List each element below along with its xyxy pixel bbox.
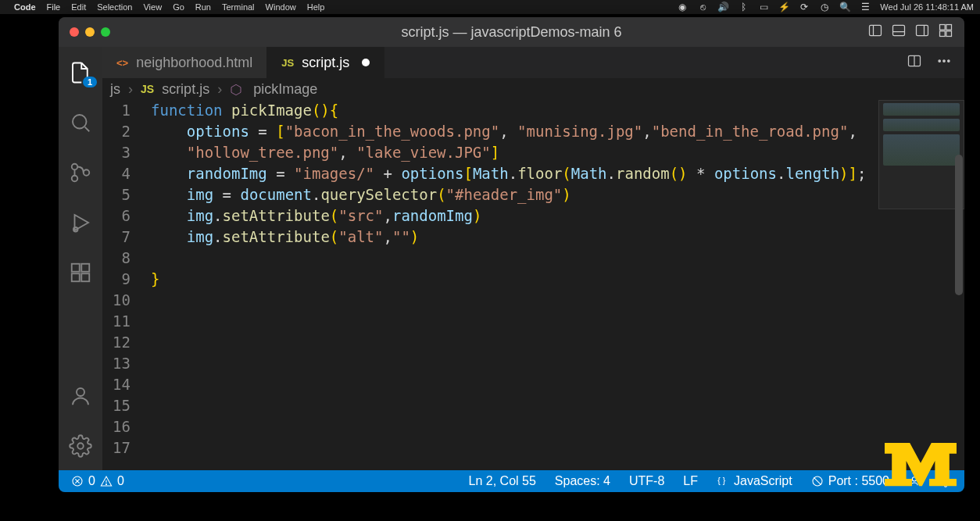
accounts-icon[interactable]	[69, 384, 92, 408]
html-lang-icon: <>	[116, 57, 128, 69]
menu-help[interactable]: Help	[307, 2, 325, 12]
unsaved-indicator-icon	[362, 59, 370, 66]
tab-bar: <> neighborhood.html JS script.js	[102, 47, 964, 78]
wifi-icon[interactable]: ⚡	[778, 2, 789, 12]
status-indentation[interactable]: Spaces: 4	[545, 474, 620, 488]
svg-point-22	[77, 443, 84, 449]
window-title: script.js — javascriptDemos-main 6	[59, 24, 964, 41]
menu-selection[interactable]: Selection	[97, 2, 132, 12]
breadcrumb[interactable]: js › JS script.js › pickImage	[102, 78, 964, 100]
symbol-method-icon	[230, 81, 245, 98]
svg-point-14	[84, 170, 90, 176]
js-lang-icon: JS	[281, 57, 294, 69]
menu-app[interactable]: Code	[14, 2, 36, 12]
status-errors[interactable]: 0 0	[62, 474, 134, 488]
sync-icon[interactable]: ⟳	[799, 2, 810, 12]
status-bar: 0 0 Ln 2, Col 55 Spaces: 4 UTF-8 LF { } …	[59, 470, 964, 492]
svg-rect-0	[870, 25, 882, 35]
tab-script-js[interactable]: JS script.js	[267, 47, 384, 78]
svg-point-13	[72, 176, 78, 182]
status-cursor-position[interactable]: Ln 2, Col 55	[460, 474, 545, 488]
status-icon[interactable]: ⎋	[697, 2, 708, 12]
control-center-icon[interactable]: ☰	[860, 2, 871, 12]
svg-rect-20	[81, 264, 89, 272]
explorer-icon[interactable]: 1	[69, 61, 92, 84]
tab-label: script.js	[302, 55, 349, 71]
breadcrumb-file[interactable]: script.js	[162, 81, 209, 98]
svg-rect-2	[893, 25, 905, 35]
split-editor-icon[interactable]	[907, 53, 922, 72]
svg-rect-17	[72, 264, 80, 272]
breadcrumb-folder[interactable]: js	[110, 81, 120, 98]
tab-neighborhood-html[interactable]: <> neighborhood.html	[102, 47, 267, 78]
svg-point-10	[73, 115, 87, 129]
svg-point-25	[939, 60, 941, 62]
layout-sidebar-left-icon[interactable]	[867, 23, 883, 41]
status-icon[interactable]: ◉	[677, 2, 688, 12]
status-encoding[interactable]: UTF-8	[620, 474, 674, 488]
layout-panel-icon[interactable]	[891, 23, 907, 41]
macos-menubar: Code File Edit Selection View Go Run Ter…	[0, 0, 980, 14]
clock-icon[interactable]: ◷	[819, 2, 830, 12]
menu-file[interactable]: File	[47, 2, 61, 12]
svg-text:{ }: { }	[717, 476, 726, 485]
bluetooth-icon[interactable]: ᛒ	[738, 2, 749, 12]
more-actions-icon[interactable]	[936, 53, 952, 72]
menu-view[interactable]: View	[143, 2, 162, 12]
menu-run[interactable]: Run	[195, 2, 211, 12]
scrollbar-thumb[interactable]	[955, 155, 963, 295]
search-icon[interactable]	[69, 111, 92, 134]
minimap[interactable]	[878, 100, 964, 470]
svg-rect-9	[946, 31, 952, 37]
svg-point-32	[106, 484, 106, 484]
svg-marker-37	[885, 443, 957, 486]
menu-terminal[interactable]: Terminal	[222, 2, 255, 12]
status-language[interactable]: { } JavaScript	[707, 474, 802, 488]
line-gutter: 1 2 3 4 5 6 7 8 9 10 11 12 13 14 15 16 1…	[102, 100, 145, 470]
svg-rect-6	[940, 25, 946, 30]
battery-icon[interactable]: ▭	[758, 2, 769, 12]
tab-label: neighborhood.html	[136, 55, 252, 71]
menu-window[interactable]: Window	[266, 2, 296, 12]
svg-line-35	[814, 477, 821, 484]
svg-point-12	[72, 164, 78, 170]
source-control-icon[interactable]	[69, 161, 92, 184]
svg-rect-4	[917, 25, 928, 35]
svg-point-27	[948, 60, 950, 62]
search-icon[interactable]: 🔍	[839, 2, 850, 12]
activity-bar: 1	[59, 47, 102, 470]
svg-rect-8	[940, 31, 946, 37]
svg-point-21	[77, 388, 84, 396]
extensions-icon[interactable]	[69, 261, 92, 284]
breadcrumb-symbol[interactable]: pickImage	[253, 81, 317, 98]
vscode-window: script.js — javascriptDemos-main 6 1	[59, 17, 964, 492]
status-eol[interactable]: LF	[674, 474, 707, 488]
settings-gear-icon[interactable]	[69, 434, 92, 458]
michigan-logo-icon	[885, 443, 957, 491]
run-debug-icon[interactable]	[69, 211, 92, 234]
code-editor[interactable]: 1 2 3 4 5 6 7 8 9 10 11 12 13 14 15 16 1…	[102, 100, 964, 470]
menu-go[interactable]: Go	[173, 2, 184, 12]
window-maximize-button[interactable]	[101, 27, 110, 37]
layout-customize-icon[interactable]	[938, 23, 953, 41]
svg-rect-7	[946, 25, 952, 30]
layout-sidebar-right-icon[interactable]	[914, 23, 930, 41]
svg-point-26	[943, 60, 946, 62]
code-content[interactable]: function pickImage(){ options = ["bacon_…	[145, 100, 878, 470]
menubar-clock[interactable]: Wed Jul 26 11:48:11 AM	[880, 2, 974, 12]
svg-rect-18	[72, 273, 80, 281]
menu-edit[interactable]: Edit	[71, 2, 86, 12]
explorer-badge: 1	[83, 77, 97, 87]
svg-line-11	[85, 127, 90, 132]
js-lang-icon: JS	[141, 83, 154, 95]
svg-rect-19	[81, 273, 89, 281]
chevron-right-icon: ›	[217, 81, 222, 98]
chevron-right-icon: ›	[128, 81, 133, 98]
window-close-button[interactable]	[70, 27, 79, 37]
volume-icon[interactable]: 🔊	[717, 2, 728, 12]
titlebar: script.js — javascriptDemos-main 6	[59, 17, 964, 47]
window-minimize-button[interactable]	[85, 27, 95, 37]
